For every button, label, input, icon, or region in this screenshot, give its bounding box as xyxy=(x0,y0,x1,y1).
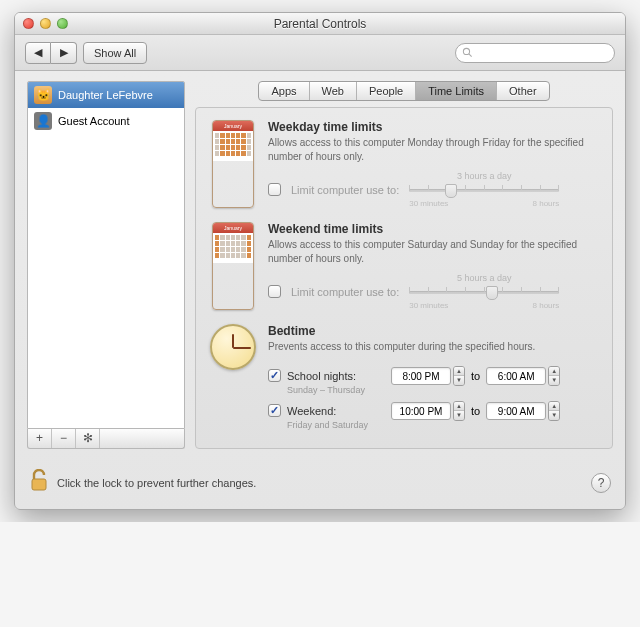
sidebar: 🐱 Daughter LeFebvre 👤 Guest Account + − … xyxy=(27,81,185,449)
calendar-icon: January xyxy=(212,120,254,208)
bedtime-section: Bedtime Prevents access to this computer… xyxy=(210,324,598,434)
weekend-title: Weekend time limits xyxy=(268,222,598,236)
school-nights-sublabel: Sunday – Thursday xyxy=(287,385,598,395)
user-silhouette-icon: 👤 xyxy=(34,112,52,130)
lock-text: Click the lock to prevent further change… xyxy=(57,477,583,489)
weekday-title: Weekday time limits xyxy=(268,120,598,134)
stepper-up-icon: ▲ xyxy=(454,367,464,376)
svg-line-1 xyxy=(469,54,472,57)
weekday-section: January Weekday time limits Allows acces… xyxy=(210,120,598,208)
weekday-slider[interactable]: 3 hours a day 30 minutes8 hours xyxy=(409,171,559,208)
tab-web[interactable]: Web xyxy=(310,82,357,100)
toolbar: ◀ ▶ Show All xyxy=(15,35,625,71)
sidebar-footer: + − ✻ xyxy=(27,429,185,449)
stepper-down-icon: ▼ xyxy=(549,376,559,385)
window-title: Parental Controls xyxy=(15,17,625,31)
weekend-nights-sublabel: Friday and Saturday xyxy=(287,420,598,430)
stepper-up-icon: ▲ xyxy=(454,402,464,411)
stepper-down-icon: ▼ xyxy=(454,376,464,385)
user-name-label: Daughter LeFebvre xyxy=(58,89,153,101)
weekend-limit-label: Limit computer use to: xyxy=(291,286,399,298)
slider-thumb[interactable] xyxy=(445,184,457,198)
weekday-desc: Allows access to this computer Monday th… xyxy=(268,136,598,163)
svg-rect-2 xyxy=(32,479,46,490)
forward-button[interactable]: ▶ xyxy=(51,42,77,64)
help-button[interactable]: ? xyxy=(591,473,611,493)
search-icon xyxy=(462,47,473,58)
weekend-nights-checkbox[interactable] xyxy=(268,404,281,417)
weekday-limit-checkbox[interactable] xyxy=(268,183,281,196)
preferences-window: Parental Controls ◀ ▶ Show All 🐱 Daughte… xyxy=(14,12,626,510)
bedtime-title: Bedtime xyxy=(268,324,598,338)
tab-bar: Apps Web People Time Limits Other xyxy=(195,81,613,101)
time-limits-pane: January Weekday time limits Allows acces… xyxy=(195,107,613,449)
stepper-down-icon: ▼ xyxy=(454,411,464,420)
sidebar-gear-button[interactable]: ✻ xyxy=(76,429,100,448)
weekday-limit-label: Limit computer use to: xyxy=(291,184,399,196)
stepper-arrows[interactable]: ▲▼ xyxy=(453,366,465,386)
stepper-arrows[interactable]: ▲▼ xyxy=(548,401,560,421)
show-all-button[interactable]: Show All xyxy=(83,42,147,64)
tab-time-limits[interactable]: Time Limits xyxy=(416,82,497,100)
school-nights-label: School nights: xyxy=(287,370,385,382)
weekend-to-time[interactable]: 9:00 AM xyxy=(486,402,546,420)
remove-user-button[interactable]: − xyxy=(52,429,76,448)
weekend-slider[interactable]: 5 hours a day 30 minutes8 hours xyxy=(409,273,559,310)
nav-back-forward: ◀ ▶ xyxy=(25,42,77,64)
tab-other[interactable]: Other xyxy=(497,82,549,100)
stepper-arrows[interactable]: ▲▼ xyxy=(453,401,465,421)
school-to-time[interactable]: 6:00 AM xyxy=(486,367,546,385)
weekend-desc: Allows access to this computer Saturday … xyxy=(268,238,598,265)
weekend-section: January Weekend time limits Allows acces… xyxy=(210,222,598,310)
sidebar-user-daughter[interactable]: 🐱 Daughter LeFebvre xyxy=(28,82,184,108)
main-panel: Apps Web People Time Limits Other Januar… xyxy=(185,81,613,449)
sidebar-user-guest[interactable]: 👤 Guest Account xyxy=(28,108,184,134)
search-input[interactable] xyxy=(477,47,608,59)
titlebar[interactable]: Parental Controls xyxy=(15,13,625,35)
user-avatar-icon: 🐱 xyxy=(34,86,52,104)
stepper-up-icon: ▲ xyxy=(549,402,559,411)
user-name-label: Guest Account xyxy=(58,115,130,127)
user-list: 🐱 Daughter LeFebvre 👤 Guest Account xyxy=(27,81,185,429)
weekend-nights-label: Weekend: xyxy=(287,405,385,417)
search-field[interactable] xyxy=(455,43,615,63)
tab-apps[interactable]: Apps xyxy=(259,82,309,100)
school-from-time[interactable]: 8:00 PM xyxy=(391,367,451,385)
back-button[interactable]: ◀ xyxy=(25,42,51,64)
stepper-arrows[interactable]: ▲▼ xyxy=(548,366,560,386)
weekend-limit-checkbox[interactable] xyxy=(268,285,281,298)
school-nights-checkbox[interactable] xyxy=(268,369,281,382)
bedtime-desc: Prevents access to this computer during … xyxy=(268,340,598,354)
stepper-down-icon: ▼ xyxy=(549,411,559,420)
tab-people[interactable]: People xyxy=(357,82,416,100)
weekend-from-time[interactable]: 10:00 PM xyxy=(391,402,451,420)
slider-thumb[interactable] xyxy=(486,286,498,300)
add-user-button[interactable]: + xyxy=(28,429,52,448)
lock-icon[interactable] xyxy=(29,469,49,497)
stepper-up-icon: ▲ xyxy=(549,367,559,376)
svg-point-0 xyxy=(463,48,469,54)
calendar-icon: January xyxy=(212,222,254,310)
clock-icon xyxy=(210,324,256,370)
footer: Click the lock to prevent further change… xyxy=(15,459,625,509)
